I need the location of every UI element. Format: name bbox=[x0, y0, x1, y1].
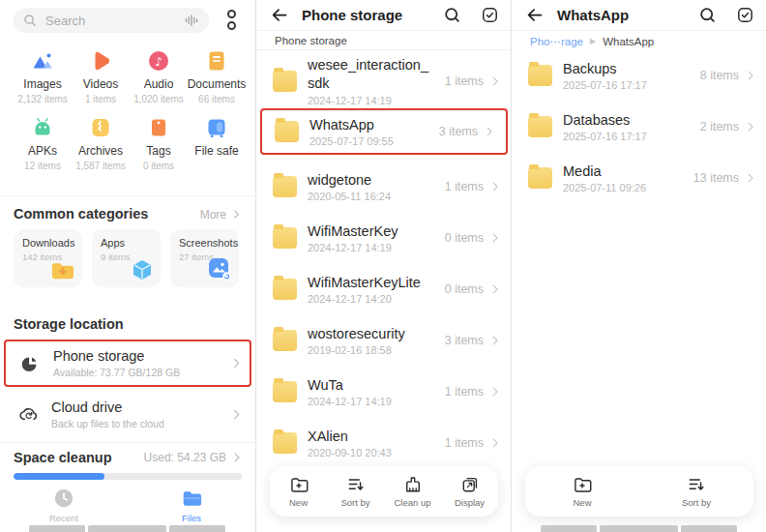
search-icon[interactable] bbox=[443, 6, 461, 24]
item-count: 1 items bbox=[445, 180, 484, 193]
back-arrow-icon[interactable] bbox=[269, 5, 289, 25]
folder-icon bbox=[273, 330, 297, 351]
cloud-drive-label: Cloud drive bbox=[51, 399, 164, 415]
card-label: Apps bbox=[101, 237, 161, 249]
sort-by-button[interactable]: Sort by bbox=[639, 475, 753, 508]
category-label: Tags bbox=[128, 144, 190, 158]
category-label: Documents bbox=[186, 77, 248, 91]
svg-text:♪: ♪ bbox=[155, 55, 162, 69]
search-input[interactable] bbox=[44, 13, 184, 29]
list-item-media[interactable]: Media 2025-07-11 09:26 13 items bbox=[512, 155, 766, 201]
nav-label: Files bbox=[162, 513, 221, 523]
category-count bbox=[186, 161, 248, 172]
phone-storage-screen: Phone storage Phone storage wesee_intera… bbox=[255, 0, 512, 532]
toolbar-label: Display bbox=[455, 497, 485, 508]
chevron-right-icon bbox=[488, 282, 502, 296]
card-downloads[interactable]: Downloads 142 items bbox=[14, 229, 82, 287]
sort-by-button[interactable]: Sort by bbox=[327, 475, 384, 508]
category-apks[interactable]: APKs 12 items bbox=[12, 115, 74, 172]
space-cleanup-row[interactable]: Space cleanup Used: 54.23 GB bbox=[0, 447, 255, 468]
chevron-right-icon[interactable] bbox=[230, 208, 243, 221]
category-tags[interactable]: Tags 0 items bbox=[128, 115, 190, 172]
chevron-right-icon bbox=[230, 451, 244, 464]
breadcrumb: Phone storage bbox=[256, 32, 512, 50]
search-icon bbox=[23, 14, 37, 27]
voice-waveform-icon[interactable] bbox=[184, 13, 199, 28]
item-count: 3 items bbox=[445, 334, 484, 347]
new-button[interactable]: New bbox=[270, 475, 327, 508]
category-documents[interactable]: Documents 66 items bbox=[186, 48, 248, 105]
select-checkbox-icon[interactable] bbox=[481, 6, 499, 24]
category-label: File safe bbox=[186, 144, 248, 158]
list-item-wesee[interactable]: wesee_interaction_sdk 2024-12-17 14:19 1… bbox=[256, 54, 512, 108]
card-screenshots[interactable]: Screenshots 27 items bbox=[170, 229, 239, 287]
files-folder-icon bbox=[181, 488, 202, 509]
category-images[interactable]: Images 2,132 items bbox=[12, 48, 74, 105]
list-item-wostoresecurity[interactable]: wostoresecurity 2019-02-16 18:58 3 items bbox=[256, 318, 512, 363]
category-label: Archives bbox=[70, 144, 132, 158]
file-name: Media bbox=[563, 163, 646, 179]
file-name: widgetone bbox=[308, 172, 391, 188]
item-count: 2 items bbox=[700, 120, 739, 133]
list-item-whatsapp[interactable]: WhatsApp 2025-07-17 09:55 3 items bbox=[260, 108, 508, 155]
category-count: 0 items bbox=[128, 161, 190, 172]
search-icon[interactable] bbox=[698, 6, 717, 24]
cloud-drive-subtitle: Back up files to the cloud bbox=[51, 418, 164, 429]
more-link[interactable]: More bbox=[200, 208, 226, 222]
more-options-icon[interactable] bbox=[225, 10, 237, 30]
list-item-wuta[interactable]: WuTa 2024-12-17 14:19 1 items bbox=[256, 369, 512, 414]
folder-icon bbox=[273, 176, 297, 197]
folder-icon bbox=[273, 71, 297, 92]
list-item-wifimasterkey[interactable]: WifiMasterKey 2024-12-17 14:19 0 items bbox=[256, 216, 512, 260]
list-item-databases[interactable]: Databases 2025-07-16 17:17 2 items bbox=[512, 103, 766, 150]
file-date: 2019-02-16 18:58 bbox=[308, 344, 405, 356]
chevron-right-icon bbox=[744, 120, 757, 133]
chevron-right-icon bbox=[488, 231, 502, 245]
file-name: WhatsApp bbox=[309, 117, 394, 133]
phone-storage-row[interactable]: Phone storage Available: 73.77 GB/128 GB bbox=[4, 340, 251, 387]
tag-icon bbox=[128, 115, 190, 140]
list-item-xalien[interactable]: XAlien 2020-09-10 20:43 1 items bbox=[256, 421, 512, 465]
item-count: 0 items bbox=[445, 282, 484, 296]
clean-up-button[interactable]: Clean up bbox=[384, 475, 441, 508]
chevron-right-icon bbox=[744, 69, 757, 82]
card-apps[interactable]: Apps 9 items bbox=[92, 229, 161, 287]
section-divider bbox=[0, 195, 255, 196]
category-videos[interactable]: Videos 1 items bbox=[70, 48, 132, 105]
new-button[interactable]: New bbox=[525, 475, 639, 508]
images-icon bbox=[12, 48, 74, 74]
file-date: 2024-12-17 14:19 bbox=[308, 242, 398, 253]
category-label: Videos bbox=[70, 77, 132, 91]
category-count: 1 items bbox=[70, 94, 132, 105]
apps-cube-icon bbox=[130, 257, 155, 282]
new-folder-icon bbox=[573, 475, 592, 494]
search-bar[interactable] bbox=[14, 8, 209, 33]
file-name: wostoresecurity bbox=[308, 326, 405, 341]
back-arrow-icon[interactable] bbox=[524, 5, 545, 25]
chevron-right-icon bbox=[488, 334, 502, 347]
display-button[interactable]: Display bbox=[441, 475, 498, 508]
list-item-wifimasterkeylite[interactable]: WifiMasterKeyLite 2024-12-17 14:20 0 ite… bbox=[256, 267, 512, 311]
file-date: 2020-05-11 16:24 bbox=[308, 191, 391, 202]
list-item-backups[interactable]: Backups 2025-07-16 17:17 8 items bbox=[512, 52, 766, 99]
nav-tab-files[interactable]: Files bbox=[162, 488, 221, 523]
nav-tab-recent[interactable]: Recent bbox=[35, 488, 93, 523]
breadcrumb-parent-link[interactable]: Pho⋯rage bbox=[530, 35, 583, 48]
audio-icon: ♪ bbox=[128, 48, 190, 74]
breadcrumb: Pho⋯rage ▶ WhatsApp bbox=[512, 32, 766, 50]
item-count: 1 items bbox=[445, 385, 484, 399]
select-checkbox-icon[interactable] bbox=[736, 6, 754, 24]
file-date: 2024-12-17 14:19 bbox=[308, 95, 431, 106]
category-file-safe[interactable]: File safe bbox=[186, 115, 248, 172]
item-count: 1 items bbox=[445, 436, 484, 450]
cloud-sync-icon bbox=[17, 403, 40, 426]
category-archives[interactable]: Archives 1,587 items bbox=[70, 115, 132, 172]
category-audio[interactable]: ♪ Audio 1,020 items bbox=[128, 48, 190, 105]
list-item-widgetone[interactable]: widgetone 2020-05-11 16:24 1 items bbox=[256, 164, 512, 209]
file-date: 2025-07-16 17:17 bbox=[563, 79, 647, 91]
folder-icon bbox=[528, 116, 552, 137]
whatsapp-folder-screen: WhatsApp Pho⋯rage ▶ WhatsApp Backups 202… bbox=[511, 0, 766, 532]
cloud-drive-row[interactable]: Cloud drive Back up files to the cloud bbox=[0, 394, 255, 434]
file-date: 2025-07-16 17:17 bbox=[563, 131, 647, 142]
category-label: Audio bbox=[128, 77, 190, 91]
